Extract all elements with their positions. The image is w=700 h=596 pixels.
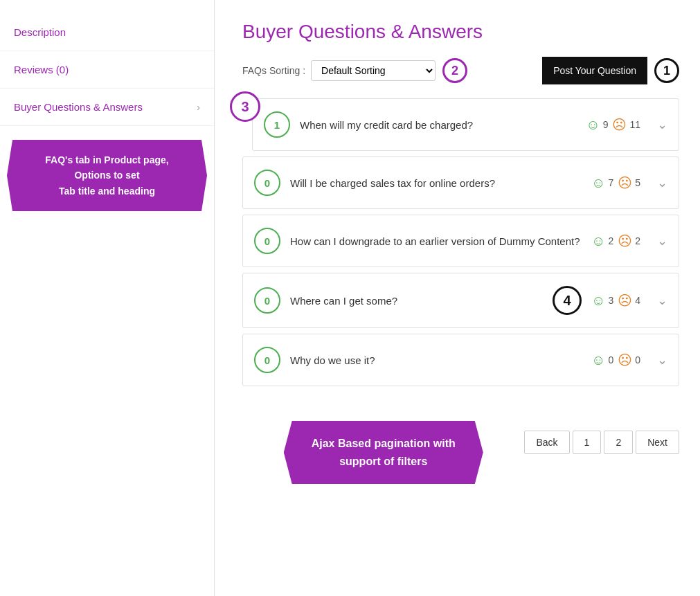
chevron-right-icon: › [197, 102, 200, 113]
happy-vote-group: ☺ 0 [591, 353, 613, 367]
happy-icon: ☺ [586, 118, 600, 132]
sad-count: 11 [629, 119, 640, 130]
happy-icon: ☺ [591, 234, 605, 248]
faq-item: 0 Where can I get some? 4 ☺ 3 ☹ 4 ⌄ [242, 273, 679, 328]
happy-count: 3 [608, 295, 613, 306]
happy-count: 7 [608, 177, 613, 188]
pagination-page1-button[interactable]: 1 [573, 431, 602, 454]
sidebar-item-label: Reviews (0) [14, 64, 69, 75]
post-question-button[interactable]: Post Your Question [542, 57, 647, 84]
faq-expand-icon[interactable]: ⌄ [657, 233, 667, 249]
sad-count: 0 [635, 354, 640, 365]
faq-question-text: Where can I get some? [290, 294, 536, 308]
happy-icon: ☺ [591, 294, 605, 307]
faq-item: 1 When will my credit card be charged? ☺… [252, 98, 679, 151]
happy-vote-group: ☺ 7 [591, 176, 613, 190]
annotation-1-circle: 1 [654, 58, 679, 83]
happy-count: 0 [608, 354, 613, 365]
page-title: Buyer Questions & Answers [242, 21, 679, 43]
happy-count: 9 [603, 119, 609, 130]
faq-answer-count: 1 [264, 111, 290, 138]
annotation-2-circle: 2 [442, 58, 467, 83]
sad-icon: ☹ [618, 234, 632, 248]
faq-answer-count: 0 [254, 287, 280, 314]
happy-icon: ☺ [591, 176, 605, 190]
sidebar-item-buyer-qa[interactable]: Buyer Questions & Answers › [0, 89, 214, 126]
sad-icon: ☹ [618, 294, 632, 307]
faq-question-text: Why do we use it? [290, 353, 582, 368]
sidebar-item-label: Buyer Questions & Answers [14, 101, 143, 113]
sad-icon: ☹ [612, 118, 627, 132]
pagination-back-button[interactable]: Back [524, 431, 569, 454]
faq-expand-icon[interactable]: ⌄ [657, 293, 667, 308]
faq-answer-count: 0 [254, 170, 280, 196]
happy-icon: ☺ [591, 353, 605, 367]
sidebar-item-label: Description [14, 26, 66, 38]
happy-count: 2 [608, 235, 613, 246]
happy-vote-group: ☺ 3 [591, 294, 613, 307]
faq-item: 0 How can I downgrade to an earlier vers… [242, 215, 679, 267]
faq-expand-icon[interactable]: ⌄ [657, 352, 667, 368]
faq-question-text: How can I downgrade to an earlier versio… [290, 234, 582, 249]
faq-question-text: When will my credit card be charged? [300, 118, 576, 132]
faq-answer-count: 0 [254, 228, 280, 254]
promo-badge-faq-tab: FAQ's tab in Product page, Options to se… [7, 140, 207, 211]
faq-expand-icon[interactable]: ⌄ [657, 117, 667, 132]
faq-expand-icon[interactable]: ⌄ [657, 175, 667, 190]
faq-question-text: Will I be charged sales tax for online o… [290, 176, 582, 190]
sad-vote-group: ☹ 2 [618, 234, 640, 248]
faq-sorting-label: FAQs Sorting : [242, 65, 305, 76]
bottom-promo-badge: Ajax Based pagination with support of fi… [242, 421, 524, 484]
faq-answer-count: 0 [254, 347, 280, 373]
sad-vote-group: ☹ 0 [618, 353, 640, 367]
sidebar: Description Reviews (0) Buyer Questions … [0, 0, 215, 596]
pagination-next-button[interactable]: Next [636, 431, 679, 454]
sad-count: 2 [635, 235, 640, 246]
main-content: Buyer Questions & Answers FAQs Sorting :… [215, 0, 700, 596]
sad-vote-group: ☹ 11 [612, 118, 640, 132]
annotation-3-circle: 3 [230, 91, 260, 122]
sad-icon: ☹ [618, 176, 632, 190]
faq-item: 0 Will I be charged sales tax for online… [242, 156, 679, 209]
happy-vote-group: ☺ 2 [591, 234, 613, 248]
pagination: Back 1 2 Next [524, 431, 679, 454]
sad-vote-group: ☹ 4 [618, 294, 640, 307]
faq-sorting-select[interactable]: Default Sorting Newest First Oldest Firs… [311, 60, 436, 81]
faq-header: FAQs Sorting : Default Sorting Newest Fi… [242, 57, 679, 84]
sad-vote-group: ☹ 5 [618, 176, 640, 190]
faq-votes: ☺ 3 ☹ 4 [591, 294, 640, 307]
pagination-page2-button[interactable]: 2 [604, 431, 633, 454]
faq-votes: ☺ 9 ☹ 11 [586, 118, 640, 132]
sad-count: 5 [635, 177, 640, 188]
sad-count: 4 [635, 295, 640, 306]
faq-votes: ☺ 2 ☹ 2 [591, 234, 640, 248]
faq-votes: ☺ 0 ☹ 0 [591, 353, 640, 367]
faq-list: 3 1 When will my credit card be charged?… [242, 98, 679, 386]
sidebar-item-reviews[interactable]: Reviews (0) [0, 51, 214, 89]
happy-vote-group: ☺ 9 [586, 118, 608, 132]
faq-votes: ☺ 7 ☹ 5 [591, 176, 640, 190]
annotation-4-circle: 4 [553, 286, 582, 315]
faq-item: 0 Why do we use it? ☺ 0 ☹ 0 ⌄ [242, 334, 679, 386]
sidebar-item-description[interactable]: Description [0, 14, 214, 51]
sad-icon: ☹ [618, 353, 632, 367]
